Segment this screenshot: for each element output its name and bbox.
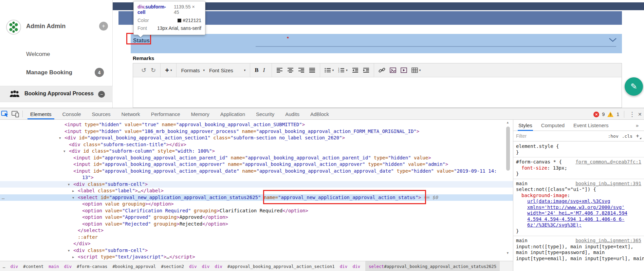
new-style-rule-button[interactable]: + bbox=[636, 133, 641, 139]
styles-tab-computed[interactable]: Computed bbox=[541, 122, 565, 128]
tree-line[interactable]: <input type="hidden" value="true" name="… bbox=[0, 121, 513, 128]
indent-button[interactable] bbox=[363, 67, 369, 73]
insert-button[interactable]: +▾ bbox=[165, 66, 172, 74]
justify-button[interactable] bbox=[309, 67, 315, 73]
tree-line[interactable]: <input id="approval_booking_approval_act… bbox=[0, 155, 513, 161]
tree-line[interactable]: ▶<label class="label">…</label> bbox=[0, 188, 513, 194]
error-badge-icon[interactable]: ✕ bbox=[593, 112, 599, 117]
css-declaration[interactable]: background-image: bbox=[516, 193, 641, 199]
stylesheet-source-link[interactable]: form_common…d=ceab7fc:1 bbox=[575, 159, 641, 165]
devtools-tab-memory[interactable]: Memory bbox=[186, 109, 215, 119]
italic-button[interactable]: I bbox=[263, 67, 267, 74]
close-icon[interactable]: ✕ bbox=[638, 112, 642, 117]
breadcrumb-item[interactable]: div bbox=[11, 264, 18, 269]
tree-line[interactable]: </div> bbox=[0, 240, 513, 247]
devtools-tab-performance[interactable]: Performance bbox=[146, 109, 186, 119]
devtools-tab-console[interactable]: Console bbox=[57, 109, 87, 119]
sidebar-item-manage-booking[interactable]: Manage Booking bbox=[26, 69, 72, 76]
bold-button[interactable]: B bbox=[255, 67, 258, 74]
breadcrumb-item[interactable]: div bbox=[340, 264, 348, 269]
breadcrumb-item[interactable]: #approval_booking_approval_action_sectio… bbox=[227, 264, 335, 269]
tree-line[interactable]: ▼<div class="subform-cell"> bbox=[0, 247, 513, 254]
breadcrumb-item[interactable]: … bbox=[3, 264, 5, 269]
css-value-url-link[interactable]: width='24' hei…='M7.406 7.82814.594 bbox=[516, 210, 641, 216]
align-center-button[interactable] bbox=[287, 67, 294, 73]
image-button[interactable] bbox=[390, 67, 396, 73]
more-tabs-icon[interactable]: » bbox=[636, 122, 639, 128]
tree-line[interactable]: ▶<script type="text/javascript">…</scrip… bbox=[0, 254, 513, 260]
bullet-list-button[interactable]: ▾ bbox=[325, 67, 334, 73]
align-right-button[interactable] bbox=[298, 67, 305, 73]
breadcrumb-item[interactable]: #booking_approval bbox=[112, 264, 156, 269]
cls-toggle[interactable]: .cls bbox=[622, 134, 632, 139]
table-button[interactable]: ▾ bbox=[411, 67, 421, 73]
tree-line[interactable]: <input id="approval_booking_approval_act… bbox=[0, 161, 513, 168]
formats-dropdown[interactable]: Formats▾ bbox=[181, 67, 205, 73]
chevron-down-icon[interactable] bbox=[609, 38, 617, 44]
tree-line[interactable]: <option value="Rejected" grouping>Reject… bbox=[0, 221, 513, 228]
hov-toggle[interactable]: :hov bbox=[608, 134, 618, 139]
devtools-tab-audits[interactable]: Audits bbox=[280, 109, 305, 119]
device-toolbar-button[interactable] bbox=[10, 110, 20, 118]
css-declaration[interactable]: font-size: 13px; bbox=[516, 165, 641, 171]
tree-scrollbar[interactable]: ▲ ▼ bbox=[505, 120, 512, 261]
add-icon[interactable]: + bbox=[99, 22, 108, 31]
devtools-tab-elements[interactable]: Elements bbox=[25, 109, 57, 119]
stylesheet-source-link[interactable]: booking_inb…ignment:365 bbox=[575, 238, 641, 244]
warning-count[interactable]: 1 bbox=[617, 112, 619, 117]
styles-filter-input[interactable] bbox=[516, 133, 604, 139]
scroll-down-icon[interactable]: ▼ bbox=[506, 251, 509, 255]
breadcrumb-item[interactable]: div bbox=[352, 264, 360, 269]
css-value-url-link[interactable]: 4.594 4.594-4.594 1.406 1.406-6 6- bbox=[516, 216, 641, 222]
redo-button[interactable]: ↻ bbox=[151, 66, 156, 74]
sidebar-item-welcome[interactable]: Welcome bbox=[26, 51, 50, 58]
sidebar-item-booking-approval-process[interactable]: Booking Approval Process − bbox=[0, 86, 113, 102]
breadcrumb-item[interactable]: main bbox=[49, 264, 59, 269]
css-value-url-link[interactable]: xmlns='http://www.w3.org/2000/svg' bbox=[516, 205, 641, 211]
css-value-url-link[interactable]: url(data:image/svg+xml,%3Csvg bbox=[516, 198, 641, 205]
tree-line[interactable]: <option value grouping></option> bbox=[0, 201, 513, 208]
styles-tab-styles[interactable]: Styles bbox=[518, 122, 532, 128]
tree-line[interactable]: <input type="hidden" value="186_mrb_book… bbox=[0, 128, 513, 135]
warning-badge-icon[interactable]: ! bbox=[607, 112, 614, 117]
tree-line[interactable]: </select> bbox=[0, 227, 513, 234]
scroll-up-icon[interactable]: ▲ bbox=[506, 121, 509, 124]
devtools-tab-adblock[interactable]: AdBlock bbox=[305, 109, 334, 119]
breadcrumb-item[interactable]: select#approval_booking_approval_action_… bbox=[365, 261, 500, 271]
scrollbar-thumb[interactable] bbox=[506, 127, 510, 171]
breadcrumb-item[interactable]: #content bbox=[23, 264, 43, 269]
link-button[interactable] bbox=[379, 67, 385, 73]
devtools-tab-application[interactable]: Application bbox=[215, 109, 251, 119]
tree-line[interactable]: <div class="subform-section-title"></div… bbox=[0, 141, 513, 148]
css-value-url-link[interactable]: 6z'/%3E%3C/svg%3E); bbox=[516, 222, 641, 228]
numbered-list-button[interactable]: 123▾ bbox=[338, 67, 348, 73]
font-sizes-dropdown[interactable]: Font Sizes▾ bbox=[209, 67, 245, 73]
breadcrumb-item[interactable]: div bbox=[189, 264, 197, 269]
styles-tab-event-listeners[interactable]: Event Listeners bbox=[573, 122, 608, 128]
devtools-tab-network[interactable]: Network bbox=[116, 109, 146, 119]
error-count[interactable]: 9 bbox=[602, 112, 605, 117]
tree-line[interactable]: <input id="approval_booking_approval_act… bbox=[0, 168, 513, 175]
tree-line[interactable]: ::after bbox=[0, 234, 513, 241]
devtools-tab-sources[interactable]: Sources bbox=[87, 109, 116, 119]
tree-line[interactable]: ▼<div id class="subform-column" style="w… bbox=[0, 148, 513, 155]
tree-line[interactable]: ▼<div id="approval_booking_approval_acti… bbox=[0, 135, 513, 141]
status-select-field[interactable]: Status * bbox=[131, 34, 622, 53]
kebab-menu-icon[interactable]: ⋮ bbox=[629, 111, 635, 118]
inspect-element-button[interactable] bbox=[0, 110, 10, 118]
collapse-minus-icon[interactable]: − bbox=[98, 91, 105, 98]
tree-line[interactable]: 13"> bbox=[0, 174, 513, 181]
breadcrumb-item[interactable]: #section2 bbox=[161, 264, 184, 269]
tree-line[interactable]: …▼<select id="approval_new_application_a… bbox=[0, 194, 513, 201]
tree-line[interactable]: <option value="Clarification Required" g… bbox=[0, 208, 513, 214]
breadcrumb-item[interactable]: div bbox=[202, 264, 210, 269]
breadcrumb-item[interactable]: div bbox=[215, 264, 222, 269]
align-left-button[interactable] bbox=[276, 67, 283, 73]
breadcrumb-item[interactable]: #form-canvas bbox=[77, 264, 107, 269]
undo-button[interactable]: ↺ bbox=[141, 66, 146, 74]
tree-line[interactable]: <option value="Approved" grouping>Approv… bbox=[0, 214, 513, 221]
breadcrumb-item[interactable]: div bbox=[64, 264, 72, 269]
devtools-tab-security[interactable]: Security bbox=[251, 109, 280, 119]
outdent-button[interactable] bbox=[352, 67, 358, 73]
tree-line[interactable]: ▼<div class="subform-cell"> bbox=[0, 181, 513, 188]
